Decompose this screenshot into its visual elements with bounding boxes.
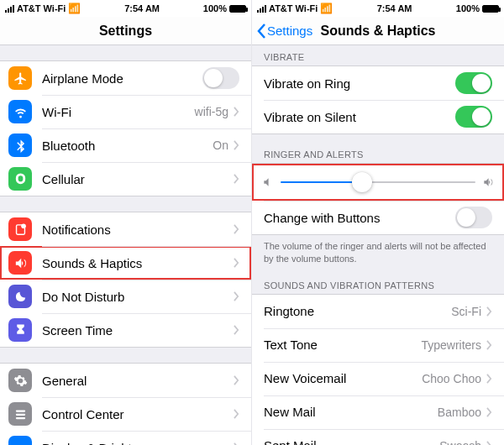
row-label: Sent Mail <box>264 438 439 445</box>
settings-group-general: General Control Center AA Display & Brig… <box>0 363 251 445</box>
battery-icon <box>229 5 246 13</box>
signal-icon <box>5 5 14 13</box>
row-value: Sci-Fi <box>451 305 481 318</box>
chevron-right-icon <box>234 258 239 268</box>
battery-label: 100% <box>456 3 480 13</box>
clock: 7:54 AM <box>377 3 412 13</box>
back-label: Settings <box>267 24 312 38</box>
airplane-icon <box>8 66 32 90</box>
chevron-right-icon <box>234 107 239 117</box>
row-sent-mail[interactable]: Sent Mail Swoosh <box>252 429 504 445</box>
row-value: Typewriters <box>421 338 481 352</box>
row-change-with-buttons[interactable]: Change with Buttons <box>252 201 504 234</box>
page-title: Sounds & Haptics <box>321 24 436 39</box>
row-notifications[interactable]: Notifications <box>0 212 251 246</box>
cellular-icon <box>8 167 32 191</box>
row-label: Wi-Fi <box>42 105 195 119</box>
ringer-group: Change with Buttons <box>252 163 504 235</box>
settings-group-connectivity: Airplane Mode Wi-Fi wifi-5g Bluetooth On… <box>0 60 251 196</box>
vibrate-silent-toggle[interactable] <box>455 106 492 128</box>
row-screen-time[interactable]: Screen Time <box>0 313 251 347</box>
chevron-right-icon <box>234 291 239 301</box>
row-new-voicemail[interactable]: New Voicemail Choo Choo <box>252 362 504 395</box>
volume-low-icon <box>262 176 274 188</box>
row-value: Choo Choo <box>422 372 481 385</box>
row-label: Bluetooth <box>42 139 213 153</box>
row-sounds-haptics[interactable]: Sounds & Haptics <box>0 246 251 280</box>
row-vibrate-on-ring[interactable]: Vibrate on Ring <box>252 66 504 100</box>
chevron-right-icon <box>234 325 239 335</box>
chevron-right-icon <box>486 407 492 417</box>
row-wifi[interactable]: Wi-Fi wifi-5g <box>0 95 251 128</box>
row-general[interactable]: General <box>0 364 251 397</box>
row-new-mail[interactable]: New Mail Bamboo <box>252 395 504 429</box>
chevron-right-icon <box>486 374 492 384</box>
vibrate-ring-toggle[interactable] <box>455 72 492 94</box>
row-label: Screen Time <box>42 323 234 338</box>
chevron-right-icon <box>234 375 239 385</box>
bluetooth-icon <box>8 134 32 157</box>
row-cellular[interactable]: Cellular <box>0 162 251 196</box>
clock: 7:54 AM <box>124 3 160 13</box>
row-do-not-disturb[interactable]: Do Not Disturb <box>0 280 251 313</box>
back-button[interactable]: Settings <box>257 24 312 39</box>
chevron-right-icon <box>234 174 239 184</box>
ringer-footer: The volume of the ringer and alerts will… <box>252 235 504 274</box>
row-label: Vibrate on Silent <box>264 110 455 124</box>
settings-group-notifications: Notifications Sounds & Haptics Do Not Di… <box>0 212 251 348</box>
row-label: Vibrate on Ring <box>264 76 455 91</box>
chevron-right-icon <box>486 306 492 317</box>
notifications-icon <box>8 217 32 241</box>
row-label: Text Tone <box>264 338 421 352</box>
row-label: New Mail <box>264 405 438 419</box>
status-bar: AT&T Wi-Fi 📶 7:54 AM 100% <box>0 0 251 17</box>
sounds-group: Ringtone Sci-Fi Text Tone Typewriters Ne… <box>252 294 504 445</box>
row-value: On <box>213 139 228 152</box>
chevron-right-icon <box>234 409 239 419</box>
row-label: Airplane Mode <box>42 71 202 86</box>
section-header-ringer: RINGER AND ALERTS <box>252 134 504 163</box>
svg-point-1 <box>21 223 26 228</box>
row-display-brightness[interactable]: AA Display & Brightness <box>0 431 251 445</box>
row-label: Cellular <box>42 172 234 186</box>
moon-icon <box>8 285 32 308</box>
slider-thumb[interactable] <box>352 172 372 192</box>
row-value: Bamboo <box>438 406 481 419</box>
change-buttons-toggle[interactable] <box>455 207 492 228</box>
carrier-label: AT&T Wi-Fi <box>17 3 66 13</box>
hourglass-icon <box>8 318 32 342</box>
chevron-right-icon <box>486 340 492 350</box>
nav-bar: Settings Sounds & Haptics <box>252 17 504 45</box>
row-airplane-mode[interactable]: Airplane Mode <box>0 61 251 95</box>
row-bluetooth[interactable]: Bluetooth On <box>0 128 251 162</box>
row-label: Ringtone <box>264 304 451 318</box>
svg-rect-3 <box>15 413 24 415</box>
sounds-haptics-screen: AT&T Wi-Fi 📶 7:54 AM 100% Settings Sound… <box>252 0 504 445</box>
battery-label: 100% <box>203 3 227 13</box>
row-text-tone[interactable]: Text Tone Typewriters <box>252 328 504 362</box>
row-ringtone[interactable]: Ringtone Sci-Fi <box>252 295 504 328</box>
page-title: Settings <box>99 24 152 39</box>
airplane-toggle[interactable] <box>202 67 239 89</box>
row-vibrate-on-silent[interactable]: Vibrate on Silent <box>252 100 504 134</box>
row-control-center[interactable]: Control Center <box>0 397 251 431</box>
section-header-sounds: SOUNDS AND VIBRATION PATTERNS <box>252 274 504 294</box>
settings-screen: AT&T Wi-Fi 📶 7:54 AM 100% Settings Airpl… <box>0 0 252 445</box>
row-label: Change with Buttons <box>264 211 455 225</box>
signal-icon <box>257 5 266 13</box>
row-value: wifi-5g <box>195 105 228 118</box>
volume-high-icon <box>482 176 494 188</box>
svg-rect-2 <box>15 410 24 411</box>
sounds-icon <box>8 251 32 275</box>
volume-slider[interactable] <box>262 176 494 188</box>
row-volume-slider[interactable] <box>252 164 504 201</box>
row-label: Control Center <box>42 407 234 421</box>
battery-icon <box>482 5 499 13</box>
status-bar: AT&T Wi-Fi 📶 7:54 AM 100% <box>252 0 504 17</box>
text-size-icon: AA <box>8 436 32 445</box>
row-label: General <box>42 374 234 388</box>
chevron-right-icon <box>234 140 239 150</box>
slider-track[interactable] <box>281 181 475 183</box>
chevron-right-icon <box>234 224 239 234</box>
carrier-label: AT&T Wi-Fi <box>269 3 318 13</box>
